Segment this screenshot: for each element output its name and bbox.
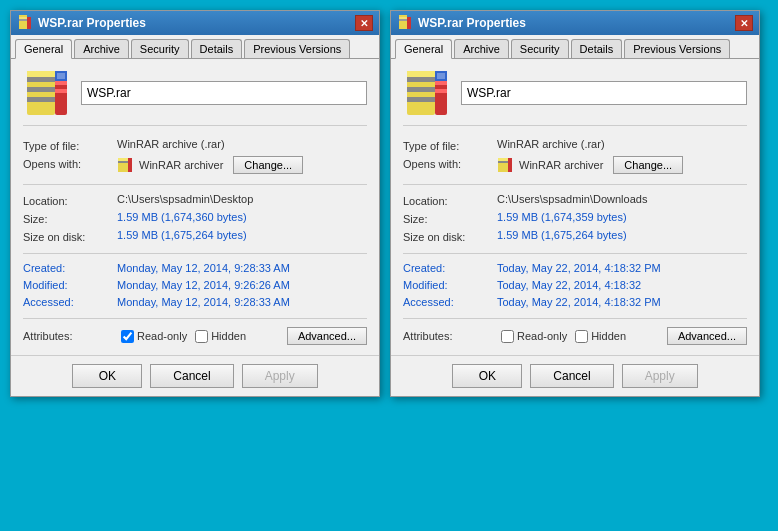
created-label-2: Created: xyxy=(403,262,493,274)
tabs-1: General Archive Security Details Previou… xyxy=(11,35,379,59)
svg-rect-45 xyxy=(498,161,508,163)
advanced-button-1[interactable]: Advanced... xyxy=(287,327,367,345)
hidden-checkbox-label-1[interactable]: Hidden xyxy=(195,330,246,343)
readonly-checkbox-label-1[interactable]: Read-only xyxy=(121,330,187,343)
svg-rect-13 xyxy=(27,97,55,102)
svg-rect-10 xyxy=(27,82,55,87)
svg-rect-27 xyxy=(399,19,407,21)
title-icon-2 xyxy=(397,15,413,31)
modified-label-2: Modified: xyxy=(403,279,493,291)
hidden-checkbox-2[interactable] xyxy=(575,330,588,343)
created-value-1: Monday, May 12, 2014, 9:28:33 AM xyxy=(117,262,367,274)
tab-general-1[interactable]: General xyxy=(15,39,72,59)
hidden-checkbox-label-2[interactable]: Hidden xyxy=(575,330,626,343)
svg-rect-32 xyxy=(407,77,435,82)
apply-button-2[interactable]: Apply xyxy=(622,364,698,388)
tab-archive-1[interactable]: Archive xyxy=(74,39,129,58)
divider-2a xyxy=(403,184,747,185)
modified-label-1: Modified: xyxy=(23,279,113,291)
opens-icon-2 xyxy=(497,157,513,173)
opens-value-2: WinRAR archiver xyxy=(519,159,603,171)
dates-grid-2: Created: Today, May 22, 2014, 4:18:32 PM… xyxy=(403,262,747,308)
advanced-button-2[interactable]: Advanced... xyxy=(667,327,747,345)
tab-general-2[interactable]: General xyxy=(395,39,452,59)
svg-rect-35 xyxy=(407,92,435,97)
change-button-2[interactable]: Change... xyxy=(613,156,683,174)
readonly-checkbox-2[interactable] xyxy=(501,330,514,343)
dialog-2-title: WSP.rar Properties xyxy=(418,16,526,30)
tab-previous-2[interactable]: Previous Versions xyxy=(624,39,730,58)
tab-previous-1[interactable]: Previous Versions xyxy=(244,39,350,58)
content-1: Type of file: WinRAR archive (.rar) Open… xyxy=(11,59,379,355)
readonly-label-2: Read-only xyxy=(517,330,567,342)
location-grid-2: Location: C:\Users\spsadmin\Downloads Si… xyxy=(403,193,747,243)
hidden-label-1: Hidden xyxy=(211,330,246,342)
tab-security-2[interactable]: Security xyxy=(511,39,569,58)
dialog-1: WSP.rar Properties ✕ General Archive Sec… xyxy=(10,10,380,397)
accessed-value-1: Monday, May 12, 2014, 9:28:33 AM xyxy=(117,296,367,308)
close-button-2[interactable]: ✕ xyxy=(735,15,753,31)
opens-with-row-1: WinRAR archiver Change... xyxy=(117,156,367,174)
filename-input-2[interactable] xyxy=(461,81,747,105)
size-label-1: Size: xyxy=(23,211,113,225)
tab-details-1[interactable]: Details xyxy=(191,39,243,58)
hidden-checkbox-1[interactable] xyxy=(195,330,208,343)
svg-rect-11 xyxy=(27,87,55,92)
svg-rect-16 xyxy=(55,89,67,93)
opens-label-2: Opens with: xyxy=(403,156,493,174)
ok-button-2[interactable]: OK xyxy=(452,364,522,388)
type-value-2: WinRAR archive (.rar) xyxy=(497,138,747,152)
svg-rect-41 xyxy=(437,73,445,79)
svg-rect-25 xyxy=(407,17,411,29)
type-value-1: WinRAR archive (.rar) xyxy=(117,138,367,152)
type-label-2: Type of file: xyxy=(403,138,493,152)
change-button-1[interactable]: Change... xyxy=(233,156,303,174)
dates-grid-1: Created: Monday, May 12, 2014, 9:28:33 A… xyxy=(23,262,367,308)
svg-rect-26 xyxy=(399,17,407,19)
info-grid-1: Type of file: WinRAR archive (.rar) Open… xyxy=(23,138,367,174)
divider-2c xyxy=(403,318,747,319)
divider-2b xyxy=(403,253,747,254)
location-value-2: C:\Users\spsadmin\Downloads xyxy=(497,193,747,207)
footer-2: OK Cancel Apply xyxy=(391,355,759,396)
svg-rect-34 xyxy=(407,87,435,92)
size-value-1: 1.59 MB (1,674,360 bytes) xyxy=(117,211,367,225)
footer-1: OK Cancel Apply xyxy=(11,355,379,396)
hidden-label-2: Hidden xyxy=(591,330,626,342)
divider-1a xyxy=(23,184,367,185)
info-grid-2: Type of file: WinRAR archive (.rar) Open… xyxy=(403,138,747,174)
attributes-row-1: Attributes: Read-only Hidden Advanced... xyxy=(23,327,367,345)
opens-with-row-2: WinRAR archiver Change... xyxy=(497,156,747,174)
modified-value-1: Monday, May 12, 2014, 9:26:26 AM xyxy=(117,279,367,291)
svg-rect-5 xyxy=(19,21,27,23)
svg-rect-15 xyxy=(55,81,67,85)
readonly-checkbox-label-2[interactable]: Read-only xyxy=(501,330,567,343)
svg-rect-18 xyxy=(57,73,65,79)
attributes-row-2: Attributes: Read-only Hidden Advanced... xyxy=(403,327,747,345)
ok-button-1[interactable]: OK xyxy=(72,364,142,388)
close-button-1[interactable]: ✕ xyxy=(355,15,373,31)
filename-input-1[interactable] xyxy=(81,81,367,105)
modified-value-2: Today, May 22, 2014, 4:18:32 xyxy=(497,279,747,291)
tab-details-2[interactable]: Details xyxy=(571,39,623,58)
tab-archive-2[interactable]: Archive xyxy=(454,39,509,58)
location-grid-1: Location: C:\Users\spsadmin\Desktop Size… xyxy=(23,193,367,243)
svg-rect-36 xyxy=(407,97,435,102)
cancel-button-1[interactable]: Cancel xyxy=(150,364,233,388)
title-bar-2: WSP.rar Properties ✕ xyxy=(391,11,759,35)
svg-rect-8 xyxy=(27,71,55,77)
dialog-1-title: WSP.rar Properties xyxy=(38,16,146,30)
size-disk-label-2: Size on disk: xyxy=(403,229,493,243)
attributes-label-2: Attributes: xyxy=(403,330,493,342)
svg-rect-3 xyxy=(19,17,27,19)
svg-rect-12 xyxy=(27,92,55,97)
readonly-label-1: Read-only xyxy=(137,330,187,342)
readonly-checkbox-1[interactable] xyxy=(121,330,134,343)
location-label-2: Location: xyxy=(403,193,493,207)
divider-1c xyxy=(23,318,367,319)
accessed-value-2: Today, May 22, 2014, 4:18:32 PM xyxy=(497,296,747,308)
svg-rect-4 xyxy=(19,19,27,21)
apply-button-1[interactable]: Apply xyxy=(242,364,318,388)
cancel-button-2[interactable]: Cancel xyxy=(530,364,613,388)
tab-security-1[interactable]: Security xyxy=(131,39,189,58)
